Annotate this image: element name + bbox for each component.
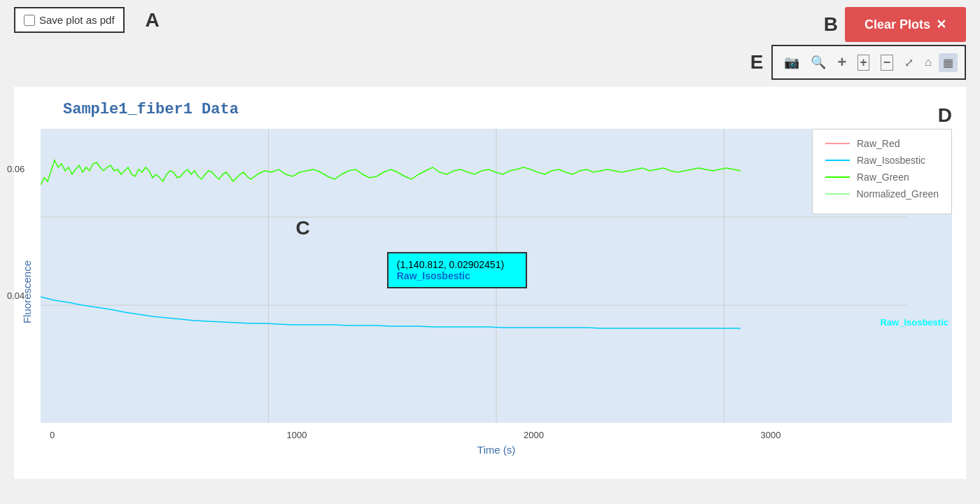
legend-item-raw-green: Raw_Green (825, 172, 939, 183)
crosshair-button[interactable]: + (833, 50, 850, 74)
home-button[interactable]: ⌂ (920, 53, 936, 71)
top-right-row: B Clear Plots ✕ (824, 7, 966, 42)
legend-item-normalized-green: Normalized_Green (825, 188, 939, 200)
chart-area: Fluorescence (21, 129, 952, 456)
legend-label-raw-isosbestic: Raw_Isosbestic (857, 155, 925, 166)
zoom-in-button[interactable]: + (853, 52, 874, 74)
clear-plots-icon: ✕ (936, 17, 946, 32)
zoom-out-icon: − (881, 55, 894, 71)
camera-button[interactable]: 📷 (780, 52, 804, 73)
label-e: E (750, 51, 764, 74)
x-tick-3000: 3000 (761, 430, 781, 440)
toolbar: 📷 🔍 + + − ⤢ ⌂ (771, 45, 966, 80)
clear-plots-button[interactable]: Clear Plots ✕ (845, 7, 966, 42)
legend-item-raw-isosbestic: Raw_Isosbestic (825, 155, 939, 166)
crosshair-icon: + (837, 53, 846, 71)
grid-button[interactable]: ▦ (939, 53, 958, 72)
legend-line-normalized-green (825, 193, 850, 195)
save-pdf-input[interactable] (24, 15, 35, 26)
label-c: C (296, 217, 310, 239)
y-tick-004: 0.04 (7, 290, 24, 301)
y-tick-006: 0.06 (7, 164, 24, 174)
label-a: A (146, 9, 160, 31)
legend-line-raw-green (825, 176, 850, 178)
chart-container: Sample1_fiber1 Data Fluorescence (14, 87, 966, 479)
reset-axes-icon: ⤢ (904, 56, 913, 69)
save-pdf-label: Save plot as pdf (39, 14, 115, 26)
legend-label-raw-red: Raw_Red (857, 138, 899, 149)
x-tick-2000: 2000 (524, 430, 544, 440)
home-icon: ⌂ (925, 56, 932, 69)
label-d-container: D (938, 104, 952, 127)
legend: Raw_Red Raw_Isosbestic Raw_Green Normali… (812, 129, 952, 214)
x-axis-label: Time (s) (41, 444, 952, 456)
tooltip-series: Raw_Isosbestic (397, 270, 517, 281)
x-tick-1000: 1000 (287, 430, 307, 440)
camera-icon: 📷 (784, 55, 799, 70)
zoom-button[interactable]: 🔍 (806, 52, 830, 73)
chart-inner: 0.06 0.04 0 1000 2000 3000 C (1,140.812,… (41, 129, 952, 456)
left-controls: Save plot as pdf A (14, 7, 160, 33)
reset-axes-button[interactable]: ⤢ (900, 53, 918, 72)
grid-icon: ▦ (943, 56, 953, 69)
right-controls: B Clear Plots ✕ E 📷 🔍 + + (750, 7, 966, 80)
chart-title: Sample1_fiber1 Data (63, 101, 952, 118)
x-tick-0: 0 (50, 430, 55, 440)
save-pdf-checkbox[interactable]: Save plot as pdf (14, 7, 125, 33)
tooltip-coord: (1,140.812, 0.02902451) (397, 259, 517, 270)
zoom-in-icon: + (858, 55, 869, 71)
legend-line-raw-red (825, 143, 850, 144)
top-bar: Save plot as pdf A B Clear Plots ✕ E 📷 🔍… (0, 0, 980, 87)
clear-plots-label: Clear Plots (864, 18, 930, 32)
label-b: B (824, 13, 838, 36)
label-d: D (938, 104, 952, 126)
zoom-out-button[interactable]: − (876, 52, 898, 74)
zoom-icon: 🔍 (811, 55, 826, 70)
legend-item-raw-red: Raw_Red (825, 138, 939, 149)
tooltip: (1,140.812, 0.02902451) Raw_Isosbestic (387, 252, 527, 288)
raw-isosbestic-chart-label: Raw_Isosbestic (880, 317, 948, 328)
chart-plot[interactable]: 0.06 0.04 0 1000 2000 3000 C (1,140.812,… (41, 129, 952, 423)
legend-line-raw-isosbestic (825, 160, 850, 161)
legend-label-normalized-green: Normalized_Green (857, 188, 939, 200)
legend-label-raw-green: Raw_Green (857, 172, 909, 183)
